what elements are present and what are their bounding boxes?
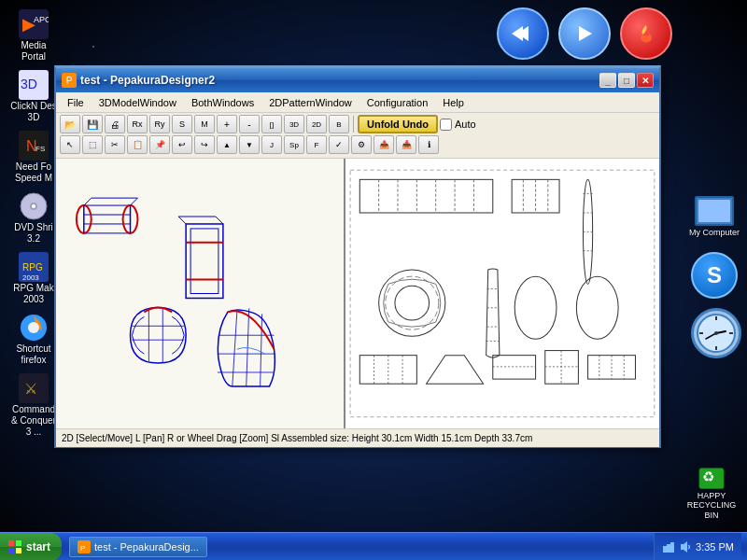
svg-marker-1 (512, 26, 523, 41)
tb-rotate-y[interactable]: Ry (149, 115, 170, 133)
tb-open[interactable]: 📂 (60, 115, 80, 133)
menu-2dpattern[interactable]: 2DPatternWindow (261, 95, 359, 110)
svg-text:APC: APC (34, 15, 49, 24)
svg-rect-103 (8, 548, 14, 553)
clickn-des-label: ClickN Des 3D (9, 101, 58, 123)
3d-model-panel[interactable] (56, 159, 345, 428)
tb-import[interactable]: 📥 (396, 135, 416, 154)
monitor-icon (695, 196, 734, 226)
skype-icon[interactable]: S (691, 252, 738, 299)
desktop-icons-area: ▶ APC Media Portal 3D ClickN Des 3D N FS (7, 7, 60, 440)
media-burn-button[interactable] (620, 7, 672, 60)
auto-checkbox-area: Auto (440, 119, 476, 131)
svg-rect-109 (670, 542, 674, 553)
tb-rotate-x[interactable]: Rx (127, 115, 148, 133)
svg-point-28 (714, 331, 718, 335)
media-portal-label: Media Portal (9, 40, 58, 63)
need-for-speed-label: Need Fo Speed M (9, 161, 58, 184)
window-title: test - PepakuraDesigner2 (80, 74, 596, 87)
need-for-speed-icon-img: N FS (19, 131, 49, 161)
system-tray: 3:35 PM (654, 533, 741, 561)
tb-scale[interactable]: S (172, 115, 192, 133)
svg-rect-107 (663, 546, 667, 553)
dvd-shrink-icon-img (19, 191, 49, 221)
clock-widget[interactable] (691, 308, 741, 358)
taskbar-window-pepakura[interactable]: P test - PepakuraDesig... (69, 537, 207, 557)
svg-text:3D: 3D (21, 77, 37, 91)
tb-save[interactable]: 💾 (82, 115, 103, 133)
auto-checkbox[interactable] (440, 119, 452, 131)
tb-export[interactable]: 📤 (374, 135, 394, 154)
menu-config[interactable]: Configuration (359, 95, 435, 110)
tb-print[interactable]: 🖨 (105, 115, 125, 133)
tb-info[interactable]: ℹ (418, 135, 439, 154)
content-area (56, 159, 659, 428)
tb-settings[interactable]: ⚙ (351, 135, 372, 154)
tb-join[interactable]: J (261, 135, 282, 154)
2d-pattern-panel[interactable] (345, 159, 659, 428)
tb-copy[interactable]: 📋 (127, 135, 148, 154)
tb-fit[interactable]: [] (261, 115, 282, 133)
system-clock: 3:35 PM (696, 541, 734, 553)
tb-fold-dn[interactable]: ▼ (239, 135, 260, 154)
tb-select2[interactable]: ⬚ (82, 135, 103, 154)
tb-select[interactable]: ↖ (60, 135, 80, 154)
firefox-label: Shortcut firefox (9, 343, 58, 366)
tb-both[interactable]: B (329, 115, 349, 133)
svg-rect-102 (16, 540, 21, 546)
tb-undo[interactable]: ↩ (172, 135, 192, 154)
auto-label: Auto (455, 119, 476, 130)
minimize-button[interactable]: _ (599, 73, 616, 88)
recycle-bin-icon[interactable]: ♻ HAPPY RECYCLING BIN (684, 458, 740, 523)
tb-2d[interactable]: 2D (306, 115, 327, 133)
pepakura-taskbar-icon: P (78, 540, 91, 553)
app-window: P test - PepakuraDesigner2 _ □ ✕ File 3D… (54, 65, 661, 448)
app-icon: P (62, 73, 77, 88)
menu-help[interactable]: Help (435, 95, 472, 110)
media-back-button[interactable] (497, 7, 549, 60)
firefox-icon-img (19, 313, 49, 343)
cc3-icon[interactable]: ⚔ Command & Conquer 3 ... (7, 371, 60, 440)
menu-both[interactable]: BothWindows (184, 95, 261, 110)
tb-zoom-in[interactable]: + (217, 115, 237, 133)
tb-check[interactable]: ✓ (329, 135, 349, 154)
taskbar-right: 3:35 PM (654, 533, 747, 561)
toolbar-sep1 (353, 116, 354, 133)
need-for-speed-icon[interactable]: N FS Need Fo Speed M (7, 129, 60, 186)
menu-file[interactable]: File (60, 95, 92, 110)
tb-cut[interactable]: ✂ (105, 135, 125, 154)
media-portal-desktop-icon[interactable]: ▶ APC Media Portal (7, 7, 60, 64)
clickn-des-desktop-icon[interactable]: 3D ClickN Des 3D (7, 68, 60, 125)
svg-text:2003: 2003 (22, 273, 39, 282)
taskbar: start P test - PepakuraDesig... 3:3 (0, 532, 747, 560)
windows-logo-icon (7, 539, 22, 554)
unfold-undo-button[interactable]: Unfold Undo (358, 115, 438, 133)
desktop: ▶ APC Media Portal 3D ClickN Des 3D N FS (0, 0, 747, 560)
firefox-icon[interactable]: Shortcut firefox (7, 311, 60, 368)
tb-split[interactable]: Sp (284, 135, 304, 154)
skype-letter: S (707, 262, 722, 288)
monitor-screen (698, 200, 730, 222)
recycle-bin-img: ♻ (697, 460, 726, 490)
maximize-button[interactable]: □ (618, 73, 635, 88)
tb-move[interactable]: M (194, 115, 215, 133)
dvd-shrink-icon[interactable]: DVD Shri 3.2 (7, 189, 60, 246)
tb-fold-up[interactable]: ▲ (217, 135, 237, 154)
dvd-shrink-label: DVD Shri 3.2 (9, 222, 58, 245)
start-button[interactable]: start (0, 533, 62, 561)
my-computer-icon[interactable]: My Computer (689, 196, 740, 243)
tb-3d[interactable]: 3D (284, 115, 304, 133)
rpg-maker-label: RPG Mak 2003 (9, 283, 58, 305)
media-play-button[interactable] (558, 7, 611, 60)
svg-marker-110 (681, 541, 687, 553)
rpg-maker-icon[interactable]: RPG 2003 RPG Mak 2003 (7, 250, 60, 307)
tb-zoom-out[interactable]: - (239, 115, 260, 133)
menu-3dmodel[interactable]: 3DModelWindow (92, 95, 184, 110)
close-button[interactable]: ✕ (637, 73, 654, 88)
svg-rect-60 (345, 165, 659, 422)
tb-redo[interactable]: ↪ (194, 135, 215, 154)
status-text: 2D [Select/Move] L [Pan] R or Wheel Drag… (62, 433, 532, 443)
tb-paste[interactable]: 📌 (149, 135, 170, 154)
svg-text:FS: FS (35, 145, 45, 153)
tb-flip[interactable]: F (306, 135, 327, 154)
